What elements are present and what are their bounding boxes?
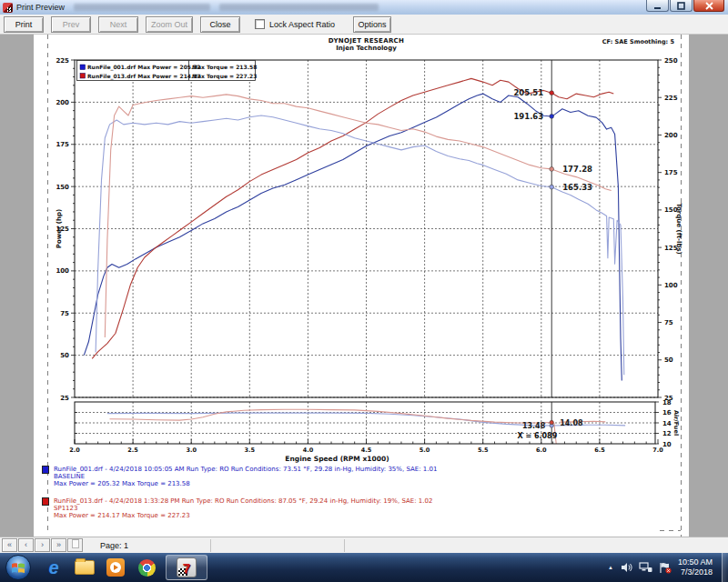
options-button[interactable]: Options (353, 16, 391, 33)
maximize-icon (677, 2, 685, 10)
taskbar-item-chrome[interactable] (131, 555, 162, 580)
svg-text:75: 75 (60, 310, 69, 317)
svg-text:RunFile_001.drf Max Power = 20: RunFile_001.drf Max Power = 205.32 (87, 64, 201, 71)
statusbar-divider (210, 539, 211, 552)
svg-text:7.0: 7.0 (652, 447, 663, 454)
svg-text:16: 16 (662, 409, 672, 416)
series-runfile_001-torque-(ft-lbs) (96, 115, 624, 375)
svg-text:14.08: 14.08 (560, 419, 583, 427)
svg-text:175: 175 (664, 169, 678, 176)
close-preview-button[interactable]: Close (200, 16, 240, 33)
svg-text:50: 50 (60, 352, 69, 359)
svg-text:5.0: 5.0 (420, 447, 430, 454)
run2-info: RunFile_013.drf - 4/24/2018 1:33:28 PM R… (54, 497, 432, 519)
svg-text:18: 18 (662, 399, 672, 406)
svg-text:2.5: 2.5 (127, 447, 138, 454)
close-window-button[interactable] (693, 0, 724, 12)
clock[interactable]: 10:50 AM 7/3/2018 (678, 557, 713, 577)
lock-aspect-ratio-label: Lock Aspect Ratio (269, 20, 335, 29)
print-preview-window: Print Preview Print Prev Next Zoom Out C… (0, 0, 728, 582)
minimize-button[interactable] (646, 0, 669, 12)
taskbar-item-winpep-active[interactable]: 7 (166, 555, 207, 580)
svg-text:4.5: 4.5 (361, 447, 372, 454)
svg-text:13.48: 13.48 (522, 422, 546, 430)
svg-text:14: 14 (662, 420, 672, 427)
print-button[interactable]: Print (4, 16, 44, 33)
prev-page-button[interactable]: ‹ (18, 538, 34, 552)
svg-text:100: 100 (56, 267, 69, 275)
svg-text:2.0: 2.0 (69, 447, 80, 454)
svg-text:6.5: 6.5 (594, 447, 605, 454)
svg-text:Power (hp): Power (hp) (56, 209, 63, 248)
status-bar: « ‹ › » Page: 1 (0, 537, 728, 553)
prev-button[interactable]: Prev (51, 16, 91, 33)
lock-aspect-ratio-checkbox[interactable] (255, 19, 265, 29)
start-button[interactable] (5, 555, 31, 580)
first-page-button[interactable]: « (2, 538, 17, 552)
run2-line2: SP1123 (54, 505, 432, 512)
taskbar: e 7 ▲ 10:50 AM 7/3/2018 (0, 553, 728, 582)
volume-icon[interactable] (621, 562, 632, 573)
window-title: Print Preview (16, 3, 65, 12)
redacted-title-text (219, 4, 379, 11)
tray-expand-icon[interactable]: ▲ (608, 565, 613, 570)
svg-text:4.0: 4.0 (303, 447, 314, 454)
folder-icon (75, 560, 95, 575)
maximize-button[interactable] (670, 0, 693, 12)
action-center-flag-icon[interactable] (659, 562, 672, 574)
series (84, 78, 624, 380)
svg-text:Max Torque = 213.58: Max Torque = 213.58 (192, 64, 257, 71)
svg-text:Engine Speed (RPM x1000): Engine Speed (RPM x1000) (285, 455, 389, 463)
title-bar[interactable]: Print Preview (0, 0, 728, 15)
svg-text:Torque (ft-lbs): Torque (ft-lbs) (675, 203, 682, 255)
windows-flag-icon (12, 562, 25, 574)
network-icon[interactable] (639, 562, 652, 573)
svg-text:6.0: 6.0 (536, 447, 547, 454)
svg-text:Air/Fuel: Air/Fuel (672, 410, 680, 436)
svg-text:3.0: 3.0 (186, 447, 197, 454)
run2-swatch (42, 497, 49, 506)
zoom-out-button[interactable]: Zoom Out (146, 16, 193, 33)
taskbar-item-media-player[interactable] (100, 555, 131, 580)
legend: RunFile_001.drf Max Power = 205.32Max To… (77, 61, 258, 81)
print-preview-area: DYNOJET RESEARCH Injen Technology CF: SA… (0, 35, 728, 537)
winpep-icon: 7 (177, 557, 197, 577)
svg-text:250: 250 (664, 57, 678, 65)
minimize-icon (653, 2, 662, 10)
report-page-button[interactable] (67, 538, 83, 552)
clock-time: 10:50 AM (678, 557, 713, 567)
series-runfile_013-air/fuel (110, 409, 557, 447)
taskbar-item-file-explorer[interactable] (69, 555, 100, 580)
svg-text:225: 225 (56, 57, 69, 65)
report-page: DYNOJET RESEARCH Injen Technology CF: SA… (34, 35, 689, 537)
run1-line2: BASELINE (54, 473, 437, 480)
run2-line3: Max Power = 214.17 Max Torque = 227.23 (54, 512, 432, 519)
svg-text:25: 25 (60, 395, 69, 402)
internet-explorer-icon: e (48, 558, 58, 577)
last-page-button[interactable]: » (51, 538, 66, 552)
run1-line1: RunFile_001.drf - 4/24/2018 10:05:05 AM … (54, 466, 437, 473)
svg-text:75: 75 (664, 319, 673, 326)
svg-text:225: 225 (664, 95, 678, 102)
taskbar-item-internet-explorer[interactable]: e (38, 555, 69, 580)
svg-text:150: 150 (56, 184, 69, 191)
app-icon (3, 3, 13, 13)
statusbar-divider (344, 539, 345, 552)
show-desktop-button[interactable] (722, 553, 728, 582)
toolbar: Print Prev Next Zoom Out Close Lock Aspe… (0, 15, 728, 35)
svg-text:177.28: 177.28 (562, 165, 592, 174)
dyno-chart: 2252001751501251007550252502252001751501… (34, 35, 689, 537)
run1-info: RunFile_001.drf - 4/24/2018 10:05:05 AM … (54, 466, 437, 487)
run1-swatch (42, 466, 49, 474)
next-button[interactable]: Next (98, 16, 138, 33)
run1-line3: Max Power = 205.32 Max Torque = 213.58 (54, 480, 437, 487)
svg-text:5.5: 5.5 (478, 447, 489, 454)
svg-text:200: 200 (56, 99, 69, 106)
svg-text:Max Torque = 227.23: Max Torque = 227.23 (192, 73, 257, 80)
svg-text:205.51: 205.51 (513, 88, 543, 97)
redacted-title-text (74, 4, 210, 11)
svg-text:165.33: 165.33 (562, 183, 592, 192)
chrome-icon (138, 559, 156, 577)
next-page-button[interactable]: › (35, 538, 50, 552)
close-icon (705, 2, 713, 10)
